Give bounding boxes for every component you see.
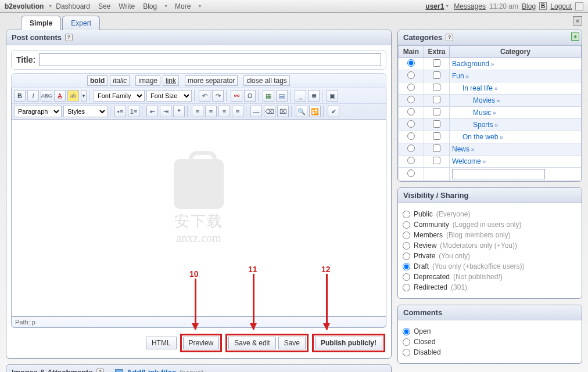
tb-outdent[interactable]: ⇤ <box>146 106 158 117</box>
tb-ul[interactable]: •≡ <box>114 106 126 117</box>
category-link[interactable]: News <box>452 145 469 153</box>
visibility-radio[interactable] <box>403 211 410 218</box>
visibility-radio[interactable] <box>403 273 410 281</box>
tb-align-left[interactable]: ≡ <box>192 106 203 117</box>
comments-radio[interactable] <box>403 328 410 335</box>
html-button[interactable]: HTML <box>146 337 177 349</box>
nav-see[interactable]: See <box>96 1 113 12</box>
extra-cat-checkbox[interactable] <box>433 96 440 103</box>
tb-align-full[interactable]: ≡ <box>232 106 243 117</box>
tb-align-right[interactable]: ≡ <box>218 106 230 117</box>
tb-font-family[interactable]: Font Family <box>94 90 145 102</box>
category-link[interactable]: Background <box>452 60 489 68</box>
tb-ol[interactable]: 1≡ <box>128 106 139 117</box>
tb-blockformat[interactable]: Paragraph <box>14 106 62 117</box>
extra-cat-checkbox[interactable] <box>433 108 440 115</box>
extra-cat-checkbox[interactable] <box>433 132 440 140</box>
tb-italic[interactable]: I <box>27 90 39 102</box>
nav-user[interactable]: user1 <box>425 2 444 10</box>
preview-button[interactable]: Preview <box>183 337 220 349</box>
editor-area[interactable]: 安下载 anxz.com <box>11 120 386 317</box>
main-cat-radio[interactable] <box>407 96 415 103</box>
tb-redo[interactable]: ↷ <box>212 90 224 102</box>
tb-replace[interactable]: 🔁 <box>309 106 321 117</box>
qt-close-all[interactable]: close all tags <box>243 75 289 86</box>
tb-more[interactable]: ≣ <box>308 90 320 102</box>
tb-strike[interactable]: ABC <box>41 90 52 102</box>
category-link[interactable]: In real life <box>462 84 493 92</box>
tb-fullscreen[interactable]: ▣ <box>327 90 338 102</box>
category-link[interactable]: Sports <box>473 121 493 129</box>
main-cat-radio[interactable] <box>407 108 415 115</box>
visibility-radio[interactable] <box>403 252 410 260</box>
tb-image[interactable]: ▦ <box>263 90 274 102</box>
qt-more[interactable]: more separator <box>185 75 238 86</box>
main-cat-radio[interactable] <box>407 84 415 91</box>
main-cat-radio[interactable] <box>407 71 415 79</box>
nav-logout[interactable]: Logout <box>550 2 572 10</box>
help-icon[interactable]: ? <box>446 34 453 41</box>
chevron-down-icon[interactable]: ▼ <box>47 4 53 8</box>
save-edit-button[interactable]: Save & edit <box>228 337 275 349</box>
nav-write[interactable]: Write <box>116 1 137 12</box>
chevron-down-icon[interactable]: ▼ <box>196 4 203 8</box>
chevron-down-icon[interactable]: ▼ <box>444 4 450 8</box>
main-cat-radio[interactable] <box>407 59 415 67</box>
tb-removebreak[interactable]: ⌫ <box>264 106 275 117</box>
chevron-down-icon[interactable]: ▼ <box>163 4 169 8</box>
category-link[interactable]: Welcome <box>452 157 481 165</box>
qt-link[interactable]: link <box>163 75 179 86</box>
nav-more[interactable]: More <box>173 1 193 12</box>
category-link[interactable]: Fun <box>452 72 464 80</box>
close-icon[interactable]: × <box>573 16 582 26</box>
main-cat-radio[interactable] <box>407 120 415 128</box>
tb-forecolor[interactable]: A <box>54 90 66 102</box>
extra-cat-checkbox[interactable] <box>433 157 440 164</box>
chevron-down-icon[interactable]: ▼ <box>81 90 87 102</box>
save-button[interactable]: Save <box>278 337 306 349</box>
tb-media[interactable]: ▤ <box>276 90 288 102</box>
tab-simple[interactable]: Simple <box>21 16 61 30</box>
nav-blog[interactable]: Blog <box>141 1 159 12</box>
extra-cat-checkbox[interactable] <box>433 84 440 91</box>
add-category-icon[interactable]: + <box>571 32 579 41</box>
main-cat-radio[interactable] <box>407 132 415 140</box>
logout-icon[interactable] <box>575 2 583 10</box>
qt-image[interactable]: image <box>135 75 160 86</box>
tab-expert[interactable]: Expert <box>62 16 100 30</box>
tb-font-size[interactable]: Font Size <box>146 90 192 102</box>
main-cat-radio[interactable] <box>407 157 415 164</box>
visibility-radio[interactable] <box>403 263 410 270</box>
tb-undo[interactable]: ↶ <box>199 90 210 102</box>
nav-dashboard[interactable]: Dashboard <box>53 1 92 12</box>
category-link[interactable]: On the web <box>462 133 498 141</box>
title-input[interactable] <box>39 53 381 66</box>
blog-icon[interactable]: B <box>539 2 547 10</box>
extra-cat-checkbox[interactable] <box>433 59 440 67</box>
main-cat-radio[interactable] <box>407 169 415 177</box>
tb-clear[interactable]: ⌧ <box>277 106 289 117</box>
tb-styles[interactable]: Styles <box>63 106 107 117</box>
visibility-radio[interactable] <box>403 232 410 239</box>
category-link[interactable]: Music <box>473 109 491 117</box>
comments-radio[interactable] <box>403 338 410 346</box>
tb-link[interactable]: ⚯ <box>231 90 242 102</box>
nav-messages[interactable]: Messages <box>454 2 486 10</box>
extra-cat-checkbox[interactable] <box>433 120 440 128</box>
tb-spell[interactable]: ✔ <box>328 106 339 117</box>
visibility-radio[interactable] <box>403 284 410 291</box>
publish-button[interactable]: Publish publicly! <box>315 337 382 349</box>
tb-char[interactable]: Ω <box>244 90 256 102</box>
tb-hr[interactable]: — <box>250 106 262 117</box>
new-category-input[interactable] <box>452 169 545 179</box>
comments-radio[interactable] <box>403 349 410 356</box>
category-link[interactable]: Movies <box>473 96 495 104</box>
help-icon[interactable]: ? <box>96 369 104 372</box>
qt-bold[interactable]: bold <box>87 75 107 86</box>
extra-cat-checkbox[interactable] <box>433 145 440 152</box>
help-icon[interactable]: ? <box>65 34 73 41</box>
tb-bold[interactable]: B <box>14 90 26 102</box>
main-cat-radio[interactable] <box>407 145 415 152</box>
extra-cat-checkbox[interactable] <box>433 71 440 79</box>
visibility-radio[interactable] <box>403 221 410 229</box>
